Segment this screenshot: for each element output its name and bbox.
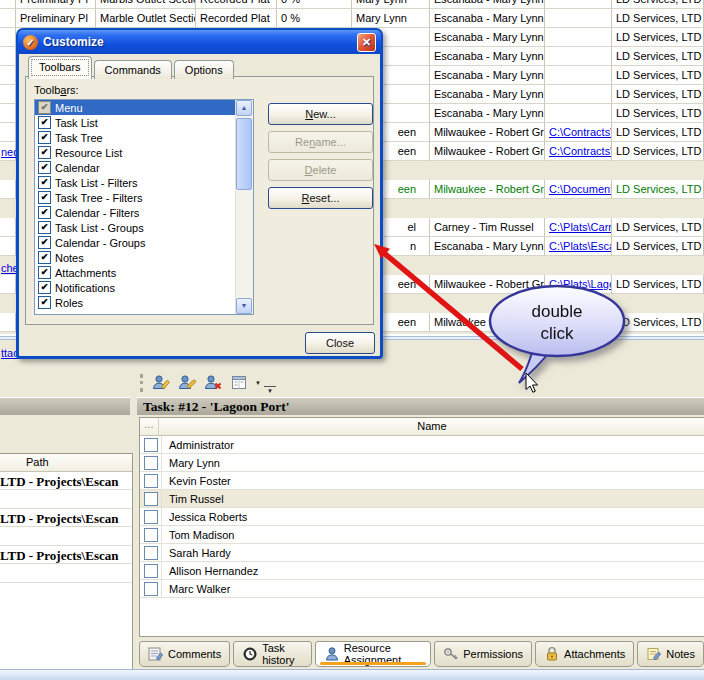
- edit-resource-icon[interactable]: [174, 371, 200, 395]
- reset-button[interactable]: Reset...: [268, 187, 373, 209]
- name-column-header[interactable]: Name: [159, 418, 704, 435]
- checkbox-column-header[interactable]: ...: [140, 418, 159, 435]
- tab-toolbars[interactable]: Toolbars: [28, 56, 92, 79]
- toolbar-drag-handle[interactable]: [140, 374, 143, 392]
- toolbar-list-item-task-list-groups[interactable]: ✔Task List - Groups: [35, 220, 253, 235]
- close-button[interactable]: Close: [305, 332, 375, 354]
- resource-row[interactable]: Sarah Hardy: [140, 544, 704, 562]
- toolbar-list-item-task-tree[interactable]: ✔Task Tree: [35, 130, 253, 145]
- resource-row[interactable]: Marc Walker: [140, 580, 704, 598]
- toolbar-list-item-resource-list[interactable]: ✔Resource List: [35, 145, 253, 160]
- new-button[interactable]: New...: [268, 103, 373, 125]
- checkbox[interactable]: ✔: [38, 191, 51, 204]
- resource-row[interactable]: Administrator: [140, 436, 704, 454]
- checkbox[interactable]: ✔: [38, 236, 51, 249]
- table-cell: Recorded Plat: [196, 0, 277, 9]
- toolbar-list-item-menu[interactable]: ✔Menu: [35, 100, 253, 115]
- checkbox[interactable]: ✔: [38, 206, 51, 219]
- delete-button[interactable]: Delete: [268, 159, 373, 181]
- checkbox[interactable]: [144, 456, 158, 470]
- table-cell: Mary Lynn: [352, 9, 430, 28]
- checkbox[interactable]: ✔: [38, 296, 51, 309]
- checkbox[interactable]: ✔: [38, 146, 51, 159]
- checkbox[interactable]: [144, 510, 158, 524]
- left-panel-header-band: [0, 397, 130, 415]
- tab-options[interactable]: Options: [174, 60, 234, 79]
- path-column-header[interactable]: Path: [0, 454, 132, 472]
- table-cell: LD Services, LTD -: [612, 47, 704, 66]
- table-cell: LD Services, LTD -: [612, 66, 704, 85]
- toolbar-list-item-roles[interactable]: ✔Roles: [35, 295, 253, 310]
- checkbox[interactable]: ✔: [38, 116, 51, 129]
- task-row[interactable]: Preliminary PlMarbis Outlet SectiorRecor…: [0, 0, 704, 9]
- add-resource-icon[interactable]: [148, 371, 174, 395]
- resource-row[interactable]: Kevin Foster: [140, 472, 704, 490]
- tab-commands[interactable]: Commands: [94, 60, 172, 79]
- resource-row[interactable]: Tom Madison: [140, 526, 704, 544]
- tab-permissions[interactable]: Permissions: [434, 641, 532, 667]
- close-icon[interactable]: ✕: [357, 33, 376, 52]
- resource-row[interactable]: Allison Hernandez: [140, 562, 704, 580]
- checkbox[interactable]: ✔: [38, 131, 51, 144]
- path-row[interactable]: LTD - Projects\Escan: [0, 472, 132, 490]
- toolbar-list-item-calendar-groups[interactable]: ✔Calendar - Groups: [35, 235, 253, 250]
- file-link[interactable]: C:\Plats\Carn: [549, 221, 612, 233]
- tab-attachments[interactable]: Attachments: [535, 641, 634, 667]
- toolbar-list-item-calendar-filters[interactable]: ✔Calendar - Filters: [35, 205, 253, 220]
- tab-notes[interactable]: Notes: [637, 641, 704, 667]
- active-tab-indicator: [320, 662, 426, 665]
- toolbar-list-item-task-tree-filters[interactable]: ✔Task Tree - Filters: [35, 190, 253, 205]
- checkbox[interactable]: [144, 438, 158, 452]
- checkbox[interactable]: ✔: [38, 161, 51, 174]
- file-link[interactable]: C:\Contracts\: [549, 145, 612, 157]
- path-row[interactable]: [0, 527, 132, 546]
- path-row[interactable]: [0, 490, 132, 509]
- tab-task-history[interactable]: Task history: [233, 641, 312, 667]
- toolbar-list-item-calendar[interactable]: ✔Calendar: [35, 160, 253, 175]
- checkbox[interactable]: ✔: [38, 251, 51, 264]
- task-row[interactable]: Preliminary PlMarble Outlet SectionRecor…: [0, 9, 704, 28]
- checkbox[interactable]: [144, 474, 158, 488]
- path-row[interactable]: [0, 564, 132, 583]
- checkbox[interactable]: [144, 564, 158, 578]
- toolbar-options-icon[interactable]: ▼: [264, 386, 276, 395]
- path-row[interactable]: LTD - Projects\Escan: [0, 509, 132, 527]
- file-link[interactable]: C:\Contracts\: [549, 126, 612, 138]
- toolbar-list-label: Task List: [55, 117, 98, 129]
- checkbox[interactable]: ✔: [38, 101, 51, 114]
- checkbox[interactable]: [144, 546, 158, 560]
- resource-name: Jessica Roberts: [162, 508, 247, 525]
- checkbox[interactable]: ✔: [38, 281, 51, 294]
- resource-row[interactable]: Mary Lynn: [140, 454, 704, 472]
- resource-table-header: ... Name: [140, 418, 704, 436]
- path-row[interactable]: LTD - Projects\Escan: [0, 546, 132, 564]
- scroll-thumb[interactable]: [236, 118, 252, 190]
- tab-resource-assignment[interactable]: Resource Assignment: [315, 641, 431, 667]
- scroll-up-icon[interactable]: ▲: [236, 100, 252, 116]
- file-link[interactable]: C:\Document:: [549, 183, 612, 195]
- checkbox[interactable]: ✔: [38, 266, 51, 279]
- toolbar-list-item-notifications[interactable]: ✔Notifications: [35, 280, 253, 295]
- columns-dropdown-icon[interactable]: ▼: [252, 380, 264, 386]
- resource-row[interactable]: Jessica Roberts: [140, 508, 704, 526]
- checkbox[interactable]: [144, 492, 158, 506]
- checkbox[interactable]: ✔: [38, 176, 51, 189]
- checkbox[interactable]: [144, 582, 158, 596]
- tab-comments[interactable]: Comments: [139, 641, 230, 667]
- checkbox[interactable]: ✔: [38, 221, 51, 234]
- toolbars-listbox[interactable]: ✔Menu✔Task List✔Task Tree✔Resource List✔…: [34, 99, 254, 315]
- resource-row[interactable]: Tim Russel: [140, 490, 704, 508]
- columns-icon[interactable]: [226, 371, 252, 395]
- toolbar-list-item-task-list-filters[interactable]: ✔Task List - Filters: [35, 175, 253, 190]
- toolbar-list-item-attachments[interactable]: ✔Attachments: [35, 265, 253, 280]
- file-link[interactable]: C:\Plats\Lago: [549, 278, 612, 290]
- scroll-down-icon[interactable]: ▼: [236, 298, 252, 314]
- toolbar-list-item-task-list[interactable]: ✔Task List: [35, 115, 253, 130]
- remove-resource-icon[interactable]: [200, 371, 226, 395]
- file-link[interactable]: C:\Plats\Esca: [549, 240, 612, 252]
- checkbox[interactable]: [144, 528, 158, 542]
- dialog-titlebar[interactable]: ✓ Customize ✕: [18, 30, 381, 54]
- toolbar-list-item-notes[interactable]: ✔Notes: [35, 250, 253, 265]
- resource-name: Tom Madison: [162, 526, 234, 543]
- rename-button[interactable]: Rename...: [268, 131, 373, 153]
